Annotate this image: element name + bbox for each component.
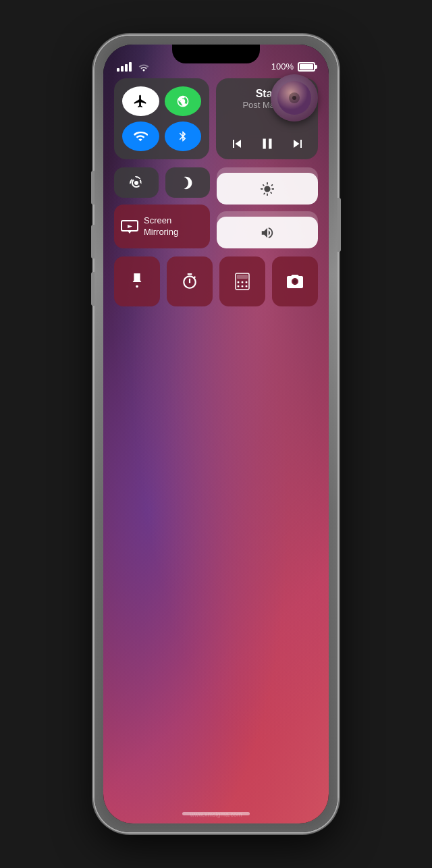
airplane-mode-button[interactable] [122, 86, 159, 116]
network-panel [114, 78, 209, 159]
watermark: www.xmsigma.com [103, 811, 329, 818]
status-left [117, 62, 150, 72]
calculator-button[interactable] [219, 256, 265, 306]
next-button[interactable] [290, 136, 306, 152]
status-right: 100% [271, 61, 315, 72]
svg-point-13 [242, 286, 244, 288]
album-art-inner [271, 74, 318, 121]
battery-fill [300, 64, 313, 70]
signal-bar-3 [125, 64, 128, 72]
wifi-button[interactable] [122, 121, 159, 151]
signal-bar-2 [121, 66, 124, 72]
wifi-status-icon [138, 62, 150, 72]
do-not-disturb-button[interactable] [165, 167, 210, 198]
signal-bar-4 [129, 62, 132, 72]
svg-point-9 [238, 281, 240, 283]
volume-slider[interactable] [217, 211, 318, 248]
signal-bars [117, 62, 132, 72]
quick-buttons: Screen Mirroring [114, 167, 210, 248]
row-bottom [114, 256, 318, 306]
album-art-circle [271, 74, 318, 121]
screen-mirror-button[interactable]: Screen Mirroring [114, 205, 210, 248]
svg-point-15 [293, 279, 297, 283]
svg-point-2 [292, 96, 296, 100]
svg-rect-8 [237, 275, 248, 279]
cellular-button[interactable] [165, 86, 202, 116]
phone-inner: 100% [103, 45, 329, 823]
volume-icon [259, 225, 275, 240]
svg-point-14 [246, 286, 248, 288]
signal-bar-1 [117, 68, 119, 72]
prev-button[interactable] [229, 136, 245, 152]
notch [172, 45, 260, 63]
camera-button[interactable] [272, 256, 318, 306]
screen: 100% [103, 45, 329, 823]
svg-point-11 [246, 281, 248, 283]
timer-button[interactable] [167, 256, 213, 306]
rotation-lock-button[interactable] [114, 167, 159, 198]
row-mid: Screen Mirroring [114, 167, 318, 248]
quick-top-row [114, 167, 210, 198]
phone-frame: 100% [94, 36, 338, 832]
sliders-panel [217, 167, 318, 248]
screen-mirroring-label: Screen Mirroring [144, 215, 203, 238]
screen-mirror-icon [121, 220, 138, 234]
brightness-slider[interactable] [217, 167, 318, 205]
music-controls [225, 135, 308, 153]
pause-button[interactable] [259, 135, 276, 153]
bluetooth-button[interactable] [165, 121, 202, 151]
flashlight-button[interactable] [114, 256, 160, 306]
svg-marker-6 [128, 225, 132, 228]
svg-point-12 [238, 286, 240, 288]
svg-point-10 [242, 281, 244, 283]
battery-icon [298, 62, 315, 72]
brightness-icon [260, 182, 275, 196]
battery-percentage: 100% [271, 61, 294, 72]
